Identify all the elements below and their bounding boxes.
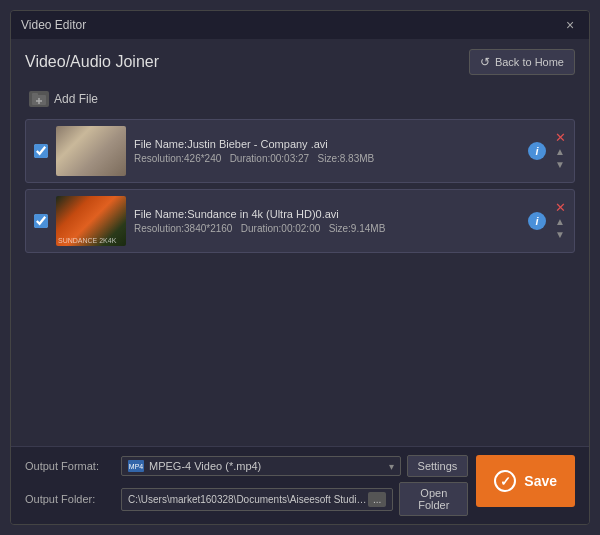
close-button[interactable]: × bbox=[561, 16, 579, 34]
format-select-inner: MP4 MPEG-4 Video (*.mp4) bbox=[128, 460, 261, 472]
file-controls-2: ✕ ▲ ▼ bbox=[554, 201, 566, 241]
footer-fields: Output Format: MP4 MPEG-4 Video (*.mp4) … bbox=[25, 455, 468, 516]
folder-path-display: C:\Users\market160328\Documents\Aiseesof… bbox=[121, 488, 393, 511]
svg-rect-1 bbox=[32, 93, 38, 96]
add-file-button[interactable]: Add File bbox=[25, 89, 102, 109]
toolbar: Add File bbox=[11, 85, 589, 115]
file-thumbnail-2: SUNDANCE 2K4K bbox=[56, 196, 126, 246]
file-list: File Name:Justin Bieber - Company .avi R… bbox=[11, 115, 589, 446]
file-item: SUNDANCE 2K4K File Name:Sundance in 4k (… bbox=[25, 189, 575, 253]
save-button[interactable]: ✓ Save bbox=[476, 455, 575, 507]
file-info-1: File Name:Justin Bieber - Company .avi R… bbox=[134, 138, 520, 164]
move-up-1-button[interactable]: ▲ bbox=[554, 146, 566, 158]
open-folder-button[interactable]: Open Folder bbox=[399, 482, 468, 516]
remove-file-2-button[interactable]: ✕ bbox=[555, 201, 566, 214]
output-format-row: Output Format: MP4 MPEG-4 Video (*.mp4) … bbox=[25, 455, 468, 477]
save-check-icon: ✓ bbox=[494, 470, 516, 492]
format-value: MPEG-4 Video (*.mp4) bbox=[149, 460, 261, 472]
main-window: Video Editor × Video/Audio Joiner ↺ Back… bbox=[10, 10, 590, 525]
format-select[interactable]: MP4 MPEG-4 Video (*.mp4) ▾ bbox=[121, 456, 401, 476]
header: Video/Audio Joiner ↺ Back to Home bbox=[11, 39, 589, 85]
save-label: Save bbox=[524, 473, 557, 489]
format-icon: MP4 bbox=[128, 460, 144, 472]
output-format-label: Output Format: bbox=[25, 460, 115, 472]
browse-folder-button[interactable]: ... bbox=[368, 492, 386, 507]
title-bar: Video Editor × bbox=[11, 11, 589, 39]
refresh-icon: ↺ bbox=[480, 55, 490, 69]
back-to-home-button[interactable]: ↺ Back to Home bbox=[469, 49, 575, 75]
move-down-1-button[interactable]: ▼ bbox=[554, 159, 566, 171]
remove-file-1-button[interactable]: ✕ bbox=[555, 131, 566, 144]
folder-path-text: C:\Users\market160328\Documents\Aiseesof… bbox=[128, 494, 368, 505]
output-folder-row: Output Folder: C:\Users\market160328\Doc… bbox=[25, 482, 468, 516]
info-icon-2[interactable]: i bbox=[528, 212, 546, 230]
footer-main: Output Format: MP4 MPEG-4 Video (*.mp4) … bbox=[25, 455, 575, 516]
chevron-down-icon: ▾ bbox=[389, 461, 394, 472]
window-title: Video Editor bbox=[21, 18, 86, 32]
file-checkbox-1[interactable] bbox=[34, 144, 48, 158]
settings-button[interactable]: Settings bbox=[407, 455, 469, 477]
add-file-icon bbox=[29, 91, 49, 107]
file-name-2: File Name:Sundance in 4k (Ultra HD)0.avi bbox=[134, 208, 520, 220]
output-folder-label: Output Folder: bbox=[25, 493, 115, 505]
thumb-label-2: SUNDANCE 2K4K bbox=[58, 237, 116, 244]
file-info-2: File Name:Sundance in 4k (Ultra HD)0.avi… bbox=[134, 208, 520, 234]
arrow-controls-1: ▲ ▼ bbox=[554, 146, 566, 171]
file-item: File Name:Justin Bieber - Company .avi R… bbox=[25, 119, 575, 183]
file-checkbox-2[interactable] bbox=[34, 214, 48, 228]
file-meta-2: Resolution:3840*2160 Duration:00:02:00 S… bbox=[134, 223, 520, 234]
add-file-label: Add File bbox=[54, 92, 98, 106]
footer: Output Format: MP4 MPEG-4 Video (*.mp4) … bbox=[11, 446, 589, 524]
arrow-controls-2: ▲ ▼ bbox=[554, 216, 566, 241]
info-icon-1[interactable]: i bbox=[528, 142, 546, 160]
move-up-2-button[interactable]: ▲ bbox=[554, 216, 566, 228]
file-meta-1: Resolution:426*240 Duration:00:03:27 Siz… bbox=[134, 153, 520, 164]
back-btn-label: Back to Home bbox=[495, 56, 564, 68]
save-area: ✓ Save bbox=[476, 455, 575, 516]
page-title: Video/Audio Joiner bbox=[25, 53, 159, 71]
move-down-2-button[interactable]: ▼ bbox=[554, 229, 566, 241]
file-name-1: File Name:Justin Bieber - Company .avi bbox=[134, 138, 520, 150]
file-controls-1: ✕ ▲ ▼ bbox=[554, 131, 566, 171]
file-thumbnail-1 bbox=[56, 126, 126, 176]
